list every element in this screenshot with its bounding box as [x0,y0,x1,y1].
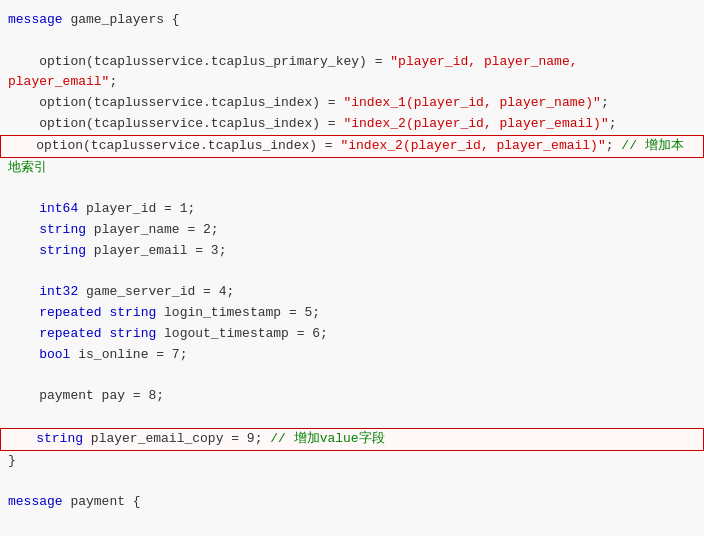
line-4: player_email"; [0,72,704,93]
line-5: option(tcaplusservice.tcaplus_index) = "… [0,93,704,114]
line-18: payment pay = 8; [0,386,704,407]
line-7b: 地索引 [0,158,704,179]
line-7-highlighted: option(tcaplusservice.tcaplus_index) = "… [0,135,704,158]
line-15: repeated string logout_timestamp = 6; [0,324,704,345]
line-1: message game_players { [0,10,704,31]
line-16: bool is_online = 7; [0,345,704,366]
line-21: } [0,451,704,472]
line-13: int32 game_server_id = 4; [0,282,704,303]
line-23: message payment { [0,492,704,513]
line-10: string player_name = 2; [0,220,704,241]
line-9: int64 player_id = 1; [0,199,704,220]
code-editor: message game_players { option(tcaplusser… [0,0,704,536]
line-3: option(tcaplusservice.tcaplus_primary_ke… [0,52,704,73]
line-20-highlighted: string player_email_copy = 9; // 增加value… [0,428,704,451]
line-6: option(tcaplusservice.tcaplus_index) = "… [0,114,704,135]
line-11: string player_email = 3; [0,241,704,262]
line-14: repeated string login_timestamp = 5; [0,303,704,324]
